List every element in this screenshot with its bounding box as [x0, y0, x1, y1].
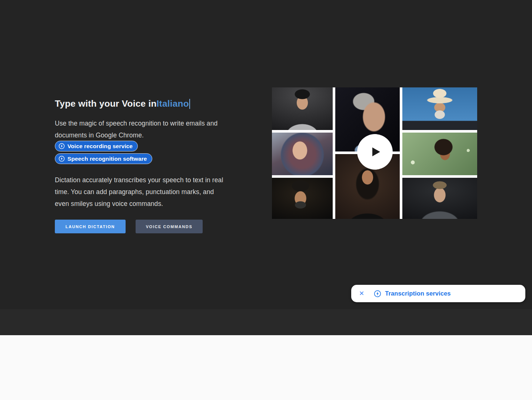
intro-text: Use the magic of speech recognition to w… [55, 117, 217, 141]
bolt-circle-icon [374, 290, 381, 297]
footer-section: Voice Dictation - Type with your Voice C… [0, 335, 532, 400]
hero-section: Type with your Voice in Italiano Use the… [0, 0, 532, 309]
close-icon[interactable]: ✕ [359, 290, 364, 297]
text-caret [189, 99, 190, 109]
page-title-language: Italiano [157, 99, 189, 109]
voice-commands-button[interactable]: VOICE COMMANDS [136, 220, 203, 233]
portrait-man-cowboy-hat [402, 87, 477, 130]
bolt-circle-icon [59, 143, 65, 149]
video-player[interactable] [272, 87, 477, 219]
bolt-circle-icon [59, 156, 65, 162]
portrait-laughing-bearded-man [272, 178, 333, 219]
anchor-ad-bar: ✕ Transcription services [351, 285, 525, 302]
ad-chip-label: Speech recognition software [67, 156, 147, 162]
ad-chip-list: Voice recording service Speech recogniti… [55, 141, 152, 164]
ad-chip-speech-recognition[interactable]: Speech recognition software [55, 153, 152, 164]
page-title-prefix: Type with your Voice in [55, 99, 157, 109]
launch-dictation-button[interactable]: LAUNCH DICTATION [55, 220, 126, 233]
play-icon [372, 147, 380, 156]
ad-chip-label: Voice recording service [67, 143, 133, 150]
anchor-ad-link[interactable]: Transcription services [385, 290, 450, 297]
page-title: Type with your Voice in Italiano [55, 99, 190, 109]
portrait-man-hoodie [402, 178, 477, 219]
description-text: Dictation accurately transcribes your sp… [55, 174, 223, 210]
play-button[interactable] [357, 134, 393, 170]
portrait-man-gray-studio [272, 87, 333, 130]
portrait-woman-curly-hair [402, 133, 477, 175]
ad-chip-voice-recording[interactable]: Voice recording service [55, 141, 138, 151]
dictation-page: Type with your Voice in Italiano Use the… [0, 0, 532, 400]
portrait-woman-headscarf [272, 133, 333, 175]
cta-button-row: LAUNCH DICTATION VOICE COMMANDS [55, 220, 203, 233]
cookie-notice-band: Got it [0, 309, 532, 335]
